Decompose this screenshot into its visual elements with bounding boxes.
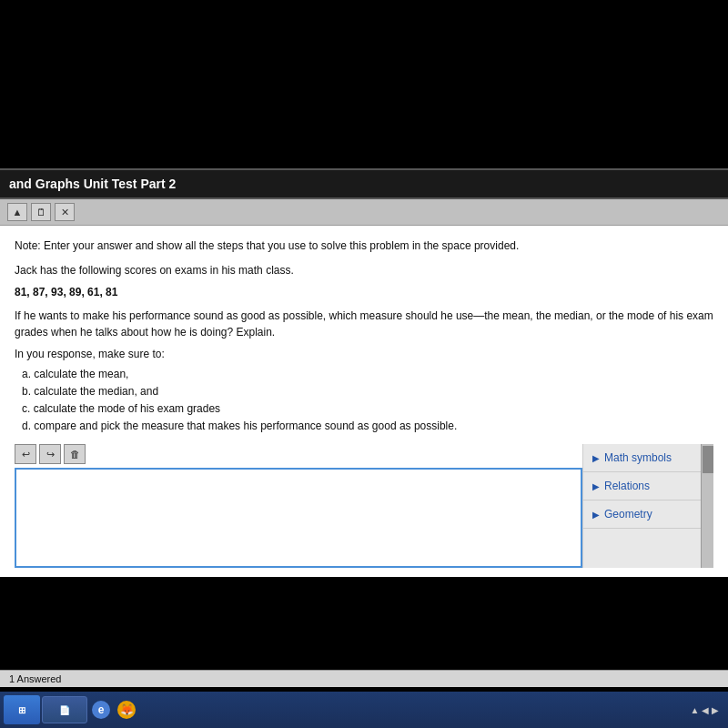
taskbar: ⊞ 📄 e 🦊 ▲ ◀ ▶	[0, 692, 728, 728]
answer-toolbar: ↩ ↪ 🗑	[15, 444, 582, 464]
note-text: Note: Enter your answer and show all the…	[15, 238, 713, 254]
sidebar-item-geometry[interactable]: ▶ Geometry	[583, 500, 701, 529]
redo-button[interactable]: ↪	[39, 444, 61, 464]
geometry-label: Geometry	[604, 508, 652, 521]
close-tool[interactable]: ✕	[55, 203, 75, 221]
status-bar: 1 Answered	[0, 670, 728, 687]
page-title: and Graphs Unit Test Part 2	[9, 177, 176, 191]
sidebar-item-math-symbols[interactable]: ▶ Math symbols	[583, 444, 701, 472]
answer-input[interactable]	[15, 468, 582, 568]
right-sidebar: ▶ Math symbols ▶ Relations ▶ Geometry	[582, 444, 701, 568]
taskbar-app-btn[interactable]: 📄	[42, 696, 87, 723]
start-button[interactable]: ⊞	[4, 695, 40, 724]
taskbar-tray: ▲ ◀ ▶	[685, 705, 724, 715]
note-tool[interactable]: 🗒	[31, 203, 51, 221]
scores: 81, 87, 93, 89, 61, 81	[15, 286, 713, 298]
if-text: If he wants to make his performance soun…	[15, 308, 713, 340]
top-black-area	[0, 0, 728, 168]
delete-button[interactable]: 🗑	[64, 444, 86, 464]
scrollbar-thumb[interactable]	[703, 446, 713, 473]
taskbar-icon-firefox[interactable]: 🦊	[117, 701, 136, 719]
relations-arrow: ▶	[592, 481, 600, 491]
cursor-tool[interactable]: ▲	[7, 203, 27, 221]
title-bar: and Graphs Unit Test Part 2	[0, 168, 728, 199]
in-you: In you response, make sure to:	[15, 348, 713, 360]
scrollbar-track[interactable]	[701, 444, 713, 568]
math-symbols-label: Math symbols	[604, 451, 672, 464]
answer-section: ↩ ↪ 🗑 ▶ Math symbols ▶ Relations ▶ Geome…	[15, 444, 713, 568]
list-item-c: c. calculate the mode of his exam grades	[22, 400, 713, 418]
sidebar-item-relations[interactable]: ▶ Relations	[583, 472, 701, 500]
list-items: a. calculate the mean, b. calculate the …	[22, 366, 713, 436]
relations-label: Relations	[604, 480, 650, 492]
list-item-b: b. calculate the median, and	[22, 383, 713, 400]
content-wrapper: Note: Enter your answer and show all the…	[0, 226, 728, 577]
list-item-d: d. compare and pick the measure that mak…	[22, 418, 713, 435]
answer-left: ↩ ↪ 🗑	[15, 444, 582, 568]
list-item-a: a. calculate the mean,	[22, 366, 713, 383]
taskbar-icon-browser[interactable]: e	[92, 701, 110, 719]
status-text: 1 Answered	[9, 673, 61, 684]
undo-button[interactable]: ↩	[15, 444, 36, 464]
jack-intro: Jack has the following scores on exams i…	[15, 263, 713, 278]
toolbar: ▲ 🗒 ✕	[0, 199, 728, 226]
math-symbols-arrow: ▶	[592, 453, 600, 463]
tray-time: ▲ ◀ ▶	[691, 705, 719, 715]
geometry-arrow: ▶	[592, 510, 600, 520]
main-content: Note: Enter your answer and show all the…	[0, 226, 728, 577]
